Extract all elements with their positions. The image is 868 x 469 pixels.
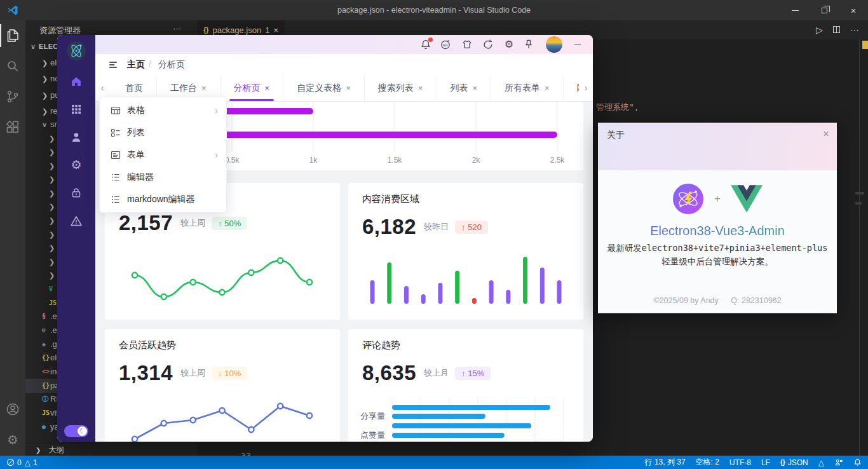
tab-close-icon[interactable]: ×	[346, 83, 351, 93]
vue-logo-icon	[731, 185, 763, 213]
nav-apps-icon[interactable]	[70, 103, 83, 116]
html-file-icon: <>	[42, 365, 50, 379]
problems-icon[interactable]: △	[818, 458, 824, 467]
app-minimize-button[interactable]	[571, 35, 585, 54]
editor-icon	[111, 172, 121, 182]
diamond-file-icon: ◆	[42, 337, 46, 351]
menu-collapse-icon[interactable]	[108, 60, 118, 70]
app-tab-label: 搜索列表	[378, 83, 414, 94]
vscode-titlebar: package.json - electron-viteadmin - Visu…	[0, 0, 868, 20]
cursor-position[interactable]: 行 13, 列 37	[645, 457, 686, 468]
breadcrumb-current: 分析页	[158, 54, 185, 75]
user-avatar[interactable]	[546, 36, 562, 53]
settings-gear-icon[interactable]: ⚙	[503, 39, 515, 50]
app-tab-分析页[interactable]: 分析页×	[220, 75, 284, 101]
errors-indicator[interactable]: 0	[6, 458, 22, 467]
tab-filename: package.json	[213, 25, 262, 35]
active-indicator	[0, 24, 1, 47]
split-editor-button[interactable]	[833, 25, 840, 35]
menu-item-label: 表格	[127, 105, 145, 116]
window-title: package.json - electron-viteadmin - Visu…	[0, 0, 868, 20]
about-app-name: Electron38-Vue3-Admin	[598, 224, 837, 238]
tab-scroll-right[interactable]: ›	[579, 75, 593, 101]
menu-item-label: 表单	[127, 149, 145, 161]
explorer-icon[interactable]	[5, 28, 20, 43]
comment-trend-card: 评论趋势 8,635 较上月 ↑ 15% 分享量点赞量	[348, 329, 583, 442]
chevron-right-icon: ›	[215, 105, 218, 116]
menu-item-markdown编辑器[interactable]: markdown编辑器	[100, 188, 226, 210]
app-tab-label: 列表	[450, 83, 468, 94]
card-title: 内容消费区域	[362, 193, 419, 205]
account-icon[interactable]	[5, 402, 20, 417]
language-mode[interactable]: {} JSON	[780, 458, 808, 467]
breadcrumb-home[interactable]: 主页	[127, 54, 145, 75]
menu-item-列表[interactable]: 列表	[100, 121, 226, 144]
app-tab-label: 分析页	[234, 83, 261, 94]
eol-sequence[interactable]: LF	[761, 458, 770, 467]
app-tab-所有表单[interactable]: 所有表单×	[491, 75, 564, 101]
app-tab-搜索列表[interactable]: 搜索列表×	[365, 75, 437, 101]
line-number: 33	[227, 451, 251, 456]
explorer-actions-button[interactable]: ···	[173, 24, 181, 33]
app-tab-label: 首页	[125, 83, 143, 94]
menu-item-表格[interactable]: 表格›	[100, 99, 226, 121]
member-value: 1,314	[119, 361, 173, 385]
run-button[interactable]: ▷	[816, 25, 823, 35]
warning-icon: △	[25, 458, 31, 467]
svg-text:点赞量: 点赞量	[360, 430, 385, 440]
tab-close-icon[interactable]: ×	[418, 83, 423, 93]
outline-section[interactable]: ❯ 大纲	[25, 443, 197, 456]
refresh-icon[interactable]	[482, 39, 494, 50]
extensions-icon[interactable]	[5, 119, 20, 135]
nav-permission-icon[interactable]	[70, 186, 83, 199]
warnings-indicator[interactable]: △ 1	[25, 458, 37, 467]
chevron-right-icon: ›	[215, 150, 218, 160]
app-logo-icon[interactable]	[66, 41, 86, 61]
comment-value: 8,635	[362, 361, 416, 385]
minimap-divider	[859, 39, 860, 456]
app-tab-自定义表格[interactable]: 自定义表格×	[283, 75, 365, 101]
member-activity-card: 会员活跃趋势 1,314 较上周 ↓ 10%	[105, 329, 340, 442]
menu-item-表单[interactable]: 表单›	[100, 144, 226, 166]
menu-item-编辑器[interactable]: 编辑器	[100, 166, 226, 188]
nav-home-icon[interactable]	[70, 75, 83, 88]
code-string-fragment: 管理系统",	[596, 102, 639, 113]
dark-mode-toggle[interactable]: ☾	[64, 425, 88, 437]
tab-close-icon[interactable]: ×	[265, 83, 270, 93]
about-body: + Electron38-Vue3-Admin 最新研发electron38+v…	[598, 170, 837, 313]
comment-badge: ↑ 15%	[455, 367, 491, 380]
braces-icon: {}	[780, 459, 785, 466]
about-close-icon[interactable]: ×	[823, 128, 829, 140]
content-consumption-card: 内容消费区域 6,182 较昨日 ↑ 520	[348, 183, 583, 320]
tab-close-icon[interactable]: ×	[545, 83, 550, 93]
restore-button[interactable]	[810, 0, 839, 20]
theme-skin-icon[interactable]	[461, 39, 473, 50]
content-value: 6,182	[362, 215, 416, 239]
pin-icon[interactable]	[523, 39, 534, 50]
indentation[interactable]: 空格: 2	[696, 457, 719, 468]
tab-close-icon[interactable]: ×	[472, 83, 477, 93]
language-icon[interactable]: En	[440, 39, 451, 50]
electron-app-window: ⚙ ☾ En ⚙ × 主页 / 分析页 ‹ 首页工作台×分析页×自定义表格×搜索…	[57, 35, 593, 442]
nav-error-icon[interactable]	[70, 215, 83, 228]
close-button[interactable]: ×	[839, 0, 868, 20]
feedback-icon[interactable]	[834, 458, 843, 466]
more-actions-button[interactable]: ···	[850, 25, 859, 35]
nav-settings-icon[interactable]: ⚙	[70, 159, 83, 172]
dropdown-menu: 表格›列表表单›编辑器markdown编辑器	[99, 97, 227, 213]
search-icon[interactable]	[5, 58, 20, 74]
app-tab-列表[interactable]: 列表×	[437, 75, 491, 101]
settings-gear-icon[interactable]: ⚙	[5, 432, 20, 447]
json-file-icon: {}	[203, 26, 209, 34]
nav-user-icon[interactable]	[70, 131, 83, 144]
svg-text:0.5k: 0.5k	[225, 156, 240, 165]
source-control-icon[interactable]	[5, 89, 20, 104]
tab-close-icon[interactable]: ×	[273, 25, 278, 35]
minimap-modified-mark	[862, 41, 868, 49]
tab-close-icon[interactable]: ×	[201, 83, 207, 93]
notifications-bell-icon[interactable]	[853, 458, 862, 466]
minimize-button[interactable]	[780, 0, 810, 20]
encoding[interactable]: UTF-8	[729, 458, 751, 467]
status-bar: 0 △ 1 行 13, 列 37 空格: 2 UTF-8 LF {} JSON …	[0, 456, 868, 469]
chevron-right-icon: ❯	[49, 145, 55, 159]
